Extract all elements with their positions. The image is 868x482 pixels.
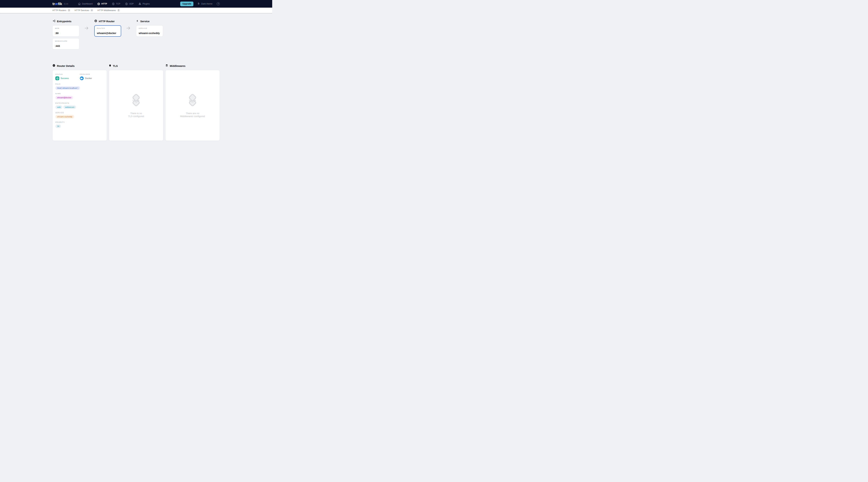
- provider-value: Docker: [85, 77, 92, 80]
- question-mark-icon: ?: [218, 3, 219, 5]
- tab-http-services[interactable]: HTTP Services 4: [75, 9, 93, 12]
- node-value: :443: [55, 44, 77, 48]
- tab-label: HTTP Middlewares: [97, 9, 116, 12]
- nav-label: HTTP: [101, 3, 107, 5]
- shield-icon: [109, 64, 111, 68]
- version-label: 3.3.6: [64, 3, 68, 5]
- nav-item-tcp[interactable]: TCP: [112, 2, 120, 5]
- theme-toggle[interactable]: Dark theme: [197, 2, 213, 5]
- nav-item-http[interactable]: HTTP: [97, 2, 107, 5]
- nav-label: Dashboard: [82, 3, 93, 5]
- empty-line-2: TLS configured: [128, 115, 144, 118]
- empty-line-1: There are no: [180, 112, 205, 115]
- node-value: :80: [55, 32, 77, 35]
- nav-item-plugins[interactable]: Plugins: [138, 2, 150, 5]
- nav-item-udp[interactable]: UDP: [125, 2, 134, 5]
- arrow-right-icon: [85, 27, 89, 30]
- empty-state-text: There is no TLS configured: [128, 112, 144, 118]
- logo-text: tr: [53, 2, 55, 6]
- middlewares-column: Middlewares There are no Middlewares con…: [165, 64, 220, 141]
- tab-label: HTTP Routers: [53, 9, 66, 12]
- nav-label: Plugins: [143, 3, 150, 5]
- priority-label: PRIORITY: [55, 121, 104, 123]
- node-label: WEBSECURE: [55, 40, 77, 42]
- flow-arrow: [121, 20, 136, 37]
- entrypoint-card-web: WEB :80: [53, 25, 79, 37]
- rule-pill: Host(`whoami.localhost`): [55, 86, 80, 90]
- service-card[interactable]: SERVICE whoami-xxsheddy: [136, 25, 163, 37]
- logo-ae: æ: [55, 2, 58, 6]
- info-icon: [53, 64, 55, 68]
- cubes-icon: [138, 2, 141, 5]
- empty-layers-illustration: [128, 93, 145, 108]
- logo-text-2: fik: [58, 2, 62, 6]
- section-title: Router Details: [57, 64, 75, 67]
- globe-icon: [94, 20, 97, 23]
- arrow-right-icon: [126, 27, 131, 30]
- name-pill: whoami@docker: [55, 96, 73, 99]
- count-badge: 3: [67, 9, 70, 12]
- entrypoint-card-websecure: WEBSECURE :443: [53, 38, 79, 50]
- droplet-icon: [197, 2, 200, 5]
- service-pill: whoami-xxsheddy: [55, 115, 74, 118]
- service-header: Service: [136, 20, 163, 23]
- router-details-column: Router Details STATUS Success PRO: [53, 64, 107, 141]
- router-card[interactable]: ROUTER whoami@docker: [94, 25, 121, 37]
- rule-block: RULE Host(`whoami.localhost`): [55, 83, 104, 90]
- node-value: whoami@docker: [97, 32, 119, 35]
- priority-pill: 24: [55, 124, 61, 128]
- main-nav: Dashboard HTTP TCP UDP: [78, 2, 150, 5]
- rule-label: RULE: [55, 83, 104, 85]
- layers-icon: [165, 64, 168, 68]
- upgrade-button[interactable]: Upgrade: [180, 2, 193, 6]
- lightning-icon: [136, 20, 139, 23]
- entrypoints-icon: [53, 20, 55, 23]
- section-title: Middlewares: [170, 64, 185, 67]
- tab-http-middlewares[interactable]: HTTP Middlewares 2: [97, 9, 120, 12]
- service-label: SERVICE: [55, 112, 104, 114]
- entrypoints-block: ENTRYPOINTS webwebsecure: [55, 102, 104, 109]
- router-column: HTTP Router ROUTER whoami@docker: [94, 20, 121, 50]
- service-block: SERVICE whoami-xxsheddy: [55, 112, 104, 118]
- router-details-card: STATUS Success PROVIDER: [53, 70, 107, 141]
- entrypoints-label: ENTRYPOINTS: [55, 102, 104, 104]
- status-value: Success: [61, 77, 69, 80]
- name-block: NAME whoami@docker: [55, 93, 104, 99]
- nav-label: UDP: [129, 3, 134, 5]
- tab-http-routers[interactable]: HTTP Routers 3: [53, 9, 70, 12]
- count-badge: 2: [117, 9, 120, 12]
- entrypoints-column: Entrypoints WEB :80 WEBSECURE :443: [53, 20, 79, 50]
- router-details-header: Router Details: [53, 64, 107, 67]
- proxy-ball-icon: [125, 2, 128, 5]
- tls-column: TLS There is no TLS configured: [109, 64, 163, 141]
- section-title: TLS: [113, 64, 118, 67]
- theme-label: Dark theme: [201, 3, 213, 5]
- nav-item-dashboard[interactable]: Dashboard: [78, 2, 93, 5]
- docker-icon: [80, 77, 84, 80]
- status-label: STATUS: [55, 73, 80, 75]
- section-title: Entrypoints: [57, 20, 71, 23]
- node-label: SERVICE: [139, 27, 160, 29]
- flow-arrow: [79, 20, 94, 37]
- help-button[interactable]: ?: [217, 2, 220, 5]
- empty-line-1: There is no: [128, 112, 144, 115]
- status-block: STATUS Success: [55, 73, 80, 80]
- traefik-logo[interactable]: træfik: [53, 2, 62, 6]
- section-title: Service: [140, 20, 150, 23]
- entrypoint-pill-web: web: [55, 106, 62, 109]
- tls-header: TLS: [109, 64, 163, 67]
- node-label: WEB: [55, 27, 77, 29]
- entrypoints-header: Entrypoints: [53, 20, 79, 23]
- middlewares-card: There are no Middlewares configured: [165, 70, 220, 141]
- globe-icon: [97, 2, 100, 5]
- empty-state-text: There are no Middlewares configured: [180, 112, 205, 118]
- name-label: NAME: [55, 93, 104, 94]
- tls-card: There is no TLS configured: [109, 70, 163, 141]
- home-icon: [78, 2, 81, 5]
- provider-block: PROVIDER Docker: [80, 73, 92, 80]
- main-content: Entrypoints WEB :80 WEBSECURE :443 HTTP …: [53, 20, 220, 141]
- middlewares-header: Middlewares: [165, 64, 220, 67]
- success-badge-icon: [55, 77, 59, 80]
- empty-line-2: Middlewares configured: [180, 115, 205, 118]
- proxy-ball-icon: [112, 2, 115, 5]
